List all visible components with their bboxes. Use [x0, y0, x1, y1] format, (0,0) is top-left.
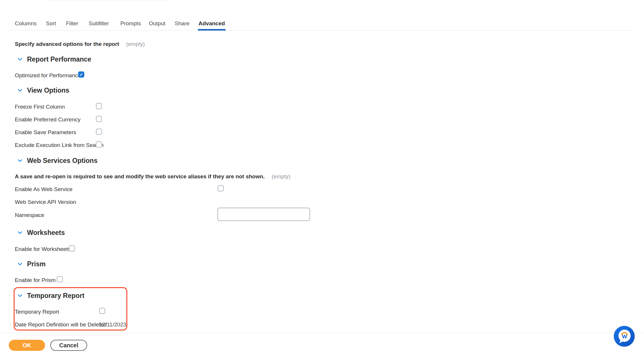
workday-chat-bubble-icon: w [614, 326, 635, 347]
section-title: Prism [27, 260, 46, 268]
enable-save-parameters-label: Enable Save Parameters [15, 129, 76, 135]
exclude-execution-link-checkbox[interactable] [96, 141, 102, 148]
section-title: Web Services Options [27, 157, 97, 164]
tab-share[interactable]: Share [175, 20, 189, 27]
web-services-note: A save and re-open is required to see an… [15, 173, 265, 179]
tab-filter[interactable]: Filter [66, 20, 78, 27]
chevron-down-icon [17, 293, 23, 298]
section-title: Temporary Report [27, 292, 85, 299]
chevron-down-icon [17, 158, 23, 163]
exclude-execution-link-label: Exclude Execution Link from Search [15, 142, 103, 148]
section-header-prism[interactable]: Prism [17, 260, 46, 268]
enable-for-prism-checkbox[interactable] [57, 276, 63, 282]
chevron-down-icon [17, 88, 23, 93]
tabbar-divider [9, 30, 635, 30]
tab-advanced[interactable]: Advanced [198, 20, 225, 27]
tab-sort[interactable]: Sort [46, 20, 56, 27]
section-header-worksheets[interactable]: Worksheets [17, 229, 65, 236]
intro-empty-value: (empty) [126, 41, 145, 47]
freeze-first-column-label: Freeze First Column [15, 104, 65, 110]
section-header-temporary-report[interactable]: Temporary Report [17, 292, 85, 299]
enable-save-parameters-checkbox[interactable] [96, 129, 102, 135]
section-header-view-options[interactable]: View Options [17, 87, 69, 94]
tab-output[interactable]: Output [149, 20, 165, 27]
enable-as-web-service-label: Enable As Web Service [15, 186, 72, 192]
namespace-input[interactable] [217, 208, 310, 221]
web-services-note-empty-value: (empty) [272, 173, 290, 180]
web-service-api-version-label: Web Service API Version [15, 199, 76, 205]
workday-assistant-chat-button[interactable]: w [614, 326, 635, 347]
freeze-first-column-checkbox[interactable] [96, 103, 102, 109]
advanced-report-options-page: Columns Sort Filter Subfilter Prompts Ou… [0, 0, 644, 354]
chevron-down-icon [17, 57, 23, 62]
tab-columns[interactable]: Columns [15, 20, 37, 27]
namespace-label: Namespace [15, 212, 44, 218]
section-title: View Options [27, 87, 69, 94]
tab-subfilter[interactable]: Subfilter [89, 20, 109, 27]
section-title: Report Performance [27, 55, 91, 63]
workday-w-letter: w [622, 333, 627, 340]
optimized-for-performance-label: Optimized for Performance [15, 72, 81, 78]
tab-prompts[interactable]: Prompts [120, 20, 141, 27]
cancel-button[interactable]: Cancel [50, 340, 87, 351]
section-header-report-performance[interactable]: Report Performance [17, 55, 91, 63]
enable-for-prism-label: Enable for Prism [15, 277, 56, 283]
date-report-deleted-value: 12/11/2023 [99, 321, 126, 328]
enable-preferred-currency-checkbox[interactable] [96, 116, 102, 122]
web-services-note-row: A save and re-open is required to see an… [15, 173, 290, 180]
optimized-for-performance-checkbox[interactable] [78, 71, 84, 78]
ok-button[interactable]: OK [9, 340, 45, 351]
temporary-report-label: Temporary Report [15, 309, 59, 315]
intro-label: Specify advanced options for the report [15, 41, 119, 47]
enable-preferred-currency-label: Enable Preferred Currency [15, 116, 80, 123]
section-title: Worksheets [27, 229, 65, 236]
cutoff-title-underline [46, 0, 171, 1]
section-header-web-services-options[interactable]: Web Services Options [17, 157, 97, 164]
enable-as-web-service-checkbox[interactable] [218, 185, 224, 191]
date-report-deleted-label: Date Report Definition will be Deleted [15, 321, 107, 328]
chevron-down-icon [17, 261, 23, 267]
intro-row: Specify advanced options for the report … [15, 41, 145, 47]
enable-for-worksheets-checkbox[interactable] [69, 245, 75, 251]
chevron-down-icon [17, 230, 23, 235]
enable-for-worksheets-label: Enable for Worksheets [15, 246, 71, 252]
footer-divider [0, 333, 644, 333]
temporary-report-checkbox[interactable] [99, 308, 105, 314]
